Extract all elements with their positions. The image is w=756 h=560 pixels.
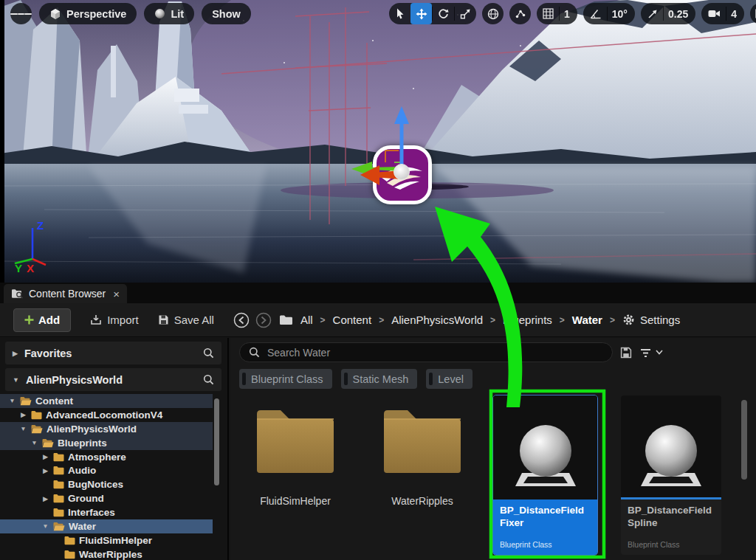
- filter-pill-static-mesh[interactable]: Static Mesh: [341, 369, 418, 389]
- rotate-tool-button[interactable]: [433, 3, 454, 24]
- viewport-layout-button[interactable]: [750, 3, 756, 24]
- tab-close-icon[interactable]: ×: [113, 288, 120, 300]
- tree-expander-icon[interactable]: ▶: [19, 411, 27, 418]
- breadcrumb-root[interactable]: All: [300, 314, 313, 326]
- asset-name: FluidSimHelper: [260, 495, 331, 507]
- tree-item-label: AdvancedLocomotionV4: [46, 409, 162, 421]
- import-icon: [90, 314, 102, 326]
- favorites-expander[interactable]: ▶: [13, 350, 18, 357]
- breadcrumb-separator: >: [560, 315, 565, 325]
- globe-icon: [487, 8, 499, 20]
- grid-snap-group[interactable]: 1: [537, 3, 577, 24]
- add-button[interactable]: Add: [13, 308, 71, 332]
- perspective-label: Perspective: [66, 8, 126, 20]
- scale-snap-group[interactable]: 0.25: [641, 3, 695, 24]
- folder-icon: [20, 396, 32, 406]
- chevron-down-icon: [656, 350, 663, 355]
- water-swoosh-icon: [377, 149, 428, 201]
- tree-expander-icon[interactable]: ▶: [41, 495, 49, 502]
- lit-mode-button[interactable]: Lit: [144, 3, 194, 24]
- tree-expander-icon[interactable]: ▶: [41, 453, 49, 460]
- filters-button[interactable]: [639, 348, 663, 358]
- scale-icon: [460, 8, 471, 19]
- scale-tool-button[interactable]: [455, 3, 476, 24]
- tree-item-content[interactable]: ▼Content: [0, 394, 213, 408]
- folder-icon: [381, 405, 464, 479]
- tree-item-alienphysicsworld[interactable]: ▼AlienPhysicsWorld: [0, 422, 213, 436]
- breadcrumb-content[interactable]: Content: [333, 314, 372, 326]
- search-input[interactable]: [266, 346, 603, 359]
- snap-vertices-icon: [515, 8, 526, 20]
- rotation-snap-group[interactable]: 10°: [583, 3, 635, 24]
- tab-content-browser[interactable]: Content Browser ×: [4, 284, 127, 303]
- tree-item-label: Ground: [68, 493, 104, 504]
- filter-pill-blueprint-class[interactable]: Blueprint Class: [239, 369, 332, 389]
- back-button[interactable]: [233, 312, 250, 328]
- folder-icon: [31, 424, 43, 434]
- project-expander[interactable]: ▼: [13, 376, 19, 384]
- tree-item-interfaces[interactable]: Interfaces: [0, 505, 213, 519]
- tree-item-audio[interactable]: ▶Audio: [0, 463, 213, 477]
- tree-expander-icon[interactable]: ▼: [19, 425, 27, 432]
- surface-snapping-button[interactable]: [509, 3, 531, 24]
- viewport-menu-button[interactable]: [10, 3, 32, 24]
- tree-item-advancedlocomotionv4[interactable]: ▶AdvancedLocomotionV4: [0, 408, 213, 422]
- select-tool-button[interactable]: [389, 3, 410, 24]
- tree-item-waterripples[interactable]: WaterRipples: [0, 547, 213, 560]
- perspective-button[interactable]: Perspective: [39, 3, 137, 24]
- project-section[interactable]: ▼ AlienPhysicsWorld: [5, 368, 221, 391]
- show-label: Show: [212, 8, 241, 20]
- cube-icon: [49, 8, 61, 20]
- favorites-label: Favorites: [24, 348, 72, 359]
- grid-snap-value: 1: [560, 8, 577, 20]
- show-menu-button[interactable]: Show: [202, 3, 251, 24]
- breadcrumb-water[interactable]: Water: [572, 314, 602, 326]
- save-search-icon[interactable]: [620, 347, 632, 359]
- camera-speed-group[interactable]: 4: [701, 3, 744, 24]
- folder-icon: [42, 438, 54, 448]
- cursor-icon: [395, 8, 405, 19]
- tree-scrollbar[interactable]: [214, 398, 219, 485]
- asset-scrollbar[interactable]: [741, 400, 747, 480]
- selected-actor-sprite[interactable]: [373, 145, 432, 204]
- breadcrumb-separator: >: [490, 315, 495, 325]
- sources-panel: ▶ Favorites ▼ AlienPhysicsWorld ▼Content…: [0, 338, 229, 560]
- tree-expander-icon[interactable]: ▼: [30, 439, 38, 446]
- tree-item-label: Water: [69, 521, 96, 532]
- folder-icon: [279, 314, 293, 325]
- tree-expander-icon[interactable]: ▶: [41, 467, 49, 474]
- tree-item-water[interactable]: ▼Water: [0, 519, 213, 533]
- folder-tree: ▼Content▶AdvancedLocomotionV4▼AlienPhysi…: [0, 394, 213, 560]
- forward-button[interactable]: [255, 312, 272, 328]
- breadcrumb-blueprints[interactable]: Blueprints: [503, 314, 552, 326]
- asset-tile-bp-distancefieldfixer[interactable]: BP_DistanceFieldFixerBlueprint Class: [493, 395, 597, 555]
- breadcrumb-alienphysicsworld[interactable]: AlienPhysicsWorld: [391, 314, 483, 326]
- content-browser-toolbar: Add Import Save All: [0, 303, 756, 337]
- move-tool-button[interactable]: [410, 3, 432, 24]
- camera-speed-value: 4: [726, 8, 744, 20]
- tree-expander-icon[interactable]: ▼: [41, 522, 49, 530]
- filter-icon: [639, 348, 652, 358]
- tree-expander-icon[interactable]: ▼: [8, 397, 16, 404]
- level-viewport[interactable]: Perspective Lit Show: [0, 0, 756, 283]
- asset-tile-bp-distancefieldspline[interactable]: BP_DistanceFieldSplineBlueprint Class: [621, 395, 721, 555]
- breadcrumb-separator: >: [320, 315, 326, 325]
- asset-search[interactable]: [239, 342, 613, 362]
- search-icon[interactable]: [203, 348, 214, 359]
- save-all-button[interactable]: Save All: [158, 314, 214, 326]
- tree-item-fluidsimhelper[interactable]: FluidSimHelper: [0, 533, 213, 547]
- search-icon[interactable]: [203, 374, 214, 385]
- plus-icon: [24, 315, 34, 325]
- filter-pill-level[interactable]: Level: [426, 369, 472, 389]
- settings-button[interactable]: Settings: [622, 314, 680, 326]
- world-space-button[interactable]: [482, 3, 504, 24]
- tree-item-ground[interactable]: ▶Ground: [0, 491, 213, 505]
- tree-item-bugnotices[interactable]: BugNotices: [0, 477, 213, 491]
- tree-item-blueprints[interactable]: ▼Blueprints: [0, 436, 213, 450]
- project-label: AlienPhysicsWorld: [26, 374, 123, 386]
- favorites-section[interactable]: ▶ Favorites: [5, 342, 221, 364]
- asset-folder-fluidsimhelper[interactable]: FluidSimHelper: [239, 395, 351, 507]
- tree-item-atmosphere[interactable]: ▶Atmosphere: [0, 450, 213, 464]
- import-button[interactable]: Import: [90, 314, 139, 326]
- asset-folder-waterripples[interactable]: WaterRipples: [366, 395, 478, 507]
